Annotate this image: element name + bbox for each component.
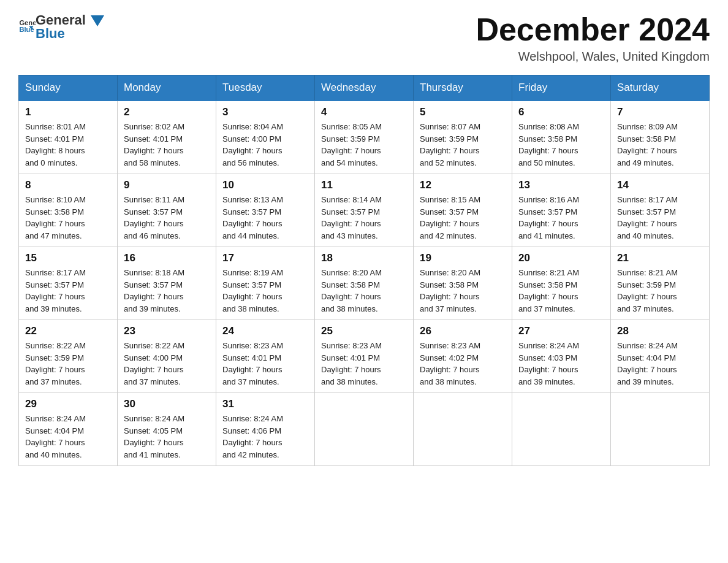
day-number: 13 xyxy=(518,179,604,191)
col-tuesday: Tuesday xyxy=(216,75,315,101)
table-row: 14 Sunrise: 8:17 AMSunset: 3:57 PMDaylig… xyxy=(611,174,710,247)
table-row: 27 Sunrise: 8:24 AMSunset: 4:03 PMDaylig… xyxy=(512,320,611,393)
table-row: 24 Sunrise: 8:23 AMSunset: 4:01 PMDaylig… xyxy=(216,320,315,393)
day-info: Sunrise: 8:10 AMSunset: 3:58 PMDaylight:… xyxy=(25,194,111,242)
table-row xyxy=(414,393,512,466)
table-row: 20 Sunrise: 8:21 AMSunset: 3:58 PMDaylig… xyxy=(512,247,611,320)
day-info: Sunrise: 8:17 AMSunset: 3:57 PMDaylight:… xyxy=(617,194,703,242)
day-number: 30 xyxy=(124,398,210,410)
table-row: 1 Sunrise: 8:01 AMSunset: 4:01 PMDayligh… xyxy=(19,101,118,174)
table-row: 13 Sunrise: 8:16 AMSunset: 3:57 PMDaylig… xyxy=(512,174,611,247)
day-info: Sunrise: 8:20 AMSunset: 3:58 PMDaylight:… xyxy=(321,267,407,315)
col-monday: Monday xyxy=(118,75,216,101)
table-row: 29 Sunrise: 8:24 AMSunset: 4:04 PMDaylig… xyxy=(19,393,118,466)
day-number: 25 xyxy=(321,325,407,337)
day-info: Sunrise: 8:04 AMSunset: 4:00 PMDaylight:… xyxy=(222,121,308,169)
day-info: Sunrise: 8:07 AMSunset: 3:59 PMDaylight:… xyxy=(420,121,506,169)
table-row: 4 Sunrise: 8:05 AMSunset: 3:59 PMDayligh… xyxy=(315,101,414,174)
day-number: 14 xyxy=(617,179,703,191)
day-info: Sunrise: 8:20 AMSunset: 3:58 PMDaylight:… xyxy=(420,267,506,315)
day-info: Sunrise: 8:18 AMSunset: 3:57 PMDaylight:… xyxy=(124,267,210,315)
day-info: Sunrise: 8:24 AMSunset: 4:06 PMDaylight:… xyxy=(222,413,308,461)
table-row: 3 Sunrise: 8:04 AMSunset: 4:00 PMDayligh… xyxy=(216,101,315,174)
day-info: Sunrise: 8:14 AMSunset: 3:57 PMDaylight:… xyxy=(321,194,407,242)
day-number: 9 xyxy=(124,179,210,191)
table-row: 23 Sunrise: 8:22 AMSunset: 4:00 PMDaylig… xyxy=(118,320,216,393)
day-info: Sunrise: 8:22 AMSunset: 4:00 PMDaylight:… xyxy=(124,340,210,388)
table-row: 7 Sunrise: 8:09 AMSunset: 3:58 PMDayligh… xyxy=(611,101,710,174)
day-number: 24 xyxy=(222,325,308,337)
day-info: Sunrise: 8:19 AMSunset: 3:57 PMDaylight:… xyxy=(222,267,308,315)
day-info: Sunrise: 8:05 AMSunset: 3:59 PMDaylight:… xyxy=(321,121,407,169)
table-row: 15 Sunrise: 8:17 AMSunset: 3:57 PMDaylig… xyxy=(19,247,118,320)
day-info: Sunrise: 8:23 AMSunset: 4:01 PMDaylight:… xyxy=(321,340,407,388)
day-number: 26 xyxy=(420,325,506,337)
calendar-week-1: 1 Sunrise: 8:01 AMSunset: 4:01 PMDayligh… xyxy=(19,101,710,174)
col-friday: Friday xyxy=(512,75,611,101)
table-row: 5 Sunrise: 8:07 AMSunset: 3:59 PMDayligh… xyxy=(414,101,512,174)
calendar-week-2: 8 Sunrise: 8:10 AMSunset: 3:58 PMDayligh… xyxy=(19,174,710,247)
day-number: 29 xyxy=(25,398,111,410)
table-row: 30 Sunrise: 8:24 AMSunset: 4:05 PMDaylig… xyxy=(118,393,216,466)
logo-icon: General Blue xyxy=(18,17,36,34)
day-number: 17 xyxy=(222,252,308,264)
day-number: 2 xyxy=(124,106,210,118)
table-row: 18 Sunrise: 8:20 AMSunset: 3:58 PMDaylig… xyxy=(315,247,414,320)
month-title: December 2024 xyxy=(476,12,710,47)
day-number: 16 xyxy=(124,252,210,264)
day-number: 21 xyxy=(617,252,703,264)
svg-marker-3 xyxy=(91,15,104,26)
day-info: Sunrise: 8:21 AMSunset: 3:58 PMDaylight:… xyxy=(518,267,604,315)
day-number: 5 xyxy=(420,106,506,118)
day-info: Sunrise: 8:24 AMSunset: 4:04 PMDaylight:… xyxy=(25,413,111,461)
day-info: Sunrise: 8:23 AMSunset: 4:02 PMDaylight:… xyxy=(420,340,506,388)
logo-triangle-icon xyxy=(91,15,104,26)
day-number: 12 xyxy=(420,179,506,191)
table-row: 8 Sunrise: 8:10 AMSunset: 3:58 PMDayligh… xyxy=(19,174,118,247)
table-row: 19 Sunrise: 8:20 AMSunset: 3:58 PMDaylig… xyxy=(414,247,512,320)
day-number: 10 xyxy=(222,179,308,191)
svg-text:General: General xyxy=(19,19,36,26)
day-number: 4 xyxy=(321,106,407,118)
day-info: Sunrise: 8:22 AMSunset: 3:59 PMDaylight:… xyxy=(25,340,111,388)
table-row: 9 Sunrise: 8:11 AMSunset: 3:57 PMDayligh… xyxy=(118,174,216,247)
table-row: 21 Sunrise: 8:21 AMSunset: 3:59 PMDaylig… xyxy=(611,247,710,320)
day-number: 20 xyxy=(518,252,604,264)
table-row: 31 Sunrise: 8:24 AMSunset: 4:06 PMDaylig… xyxy=(216,393,315,466)
title-block: December 2024 Welshpool, Wales, United K… xyxy=(476,12,710,64)
day-info: Sunrise: 8:11 AMSunset: 3:57 PMDaylight:… xyxy=(124,194,210,242)
col-sunday: Sunday xyxy=(19,75,118,101)
day-number: 27 xyxy=(518,325,604,337)
day-number: 28 xyxy=(617,325,703,337)
table-row xyxy=(512,393,611,466)
calendar-header-row: Sunday Monday Tuesday Wednesday Thursday… xyxy=(19,75,710,101)
day-info: Sunrise: 8:17 AMSunset: 3:57 PMDaylight:… xyxy=(25,267,111,315)
table-row xyxy=(315,393,414,466)
table-row: 22 Sunrise: 8:22 AMSunset: 3:59 PMDaylig… xyxy=(19,320,118,393)
table-row: 12 Sunrise: 8:15 AMSunset: 3:57 PMDaylig… xyxy=(414,174,512,247)
day-info: Sunrise: 8:24 AMSunset: 4:03 PMDaylight:… xyxy=(518,340,604,388)
table-row: 25 Sunrise: 8:23 AMSunset: 4:01 PMDaylig… xyxy=(315,320,414,393)
day-info: Sunrise: 8:23 AMSunset: 4:01 PMDaylight:… xyxy=(222,340,308,388)
page-header: General Blue General Blue December 2024 … xyxy=(18,12,710,64)
table-row: 10 Sunrise: 8:13 AMSunset: 3:57 PMDaylig… xyxy=(216,174,315,247)
day-number: 22 xyxy=(25,325,111,337)
day-number: 11 xyxy=(321,179,407,191)
day-info: Sunrise: 8:24 AMSunset: 4:04 PMDaylight:… xyxy=(617,340,703,388)
day-number: 6 xyxy=(518,106,604,118)
day-number: 7 xyxy=(617,106,703,118)
day-number: 18 xyxy=(321,252,407,264)
table-row: 6 Sunrise: 8:08 AMSunset: 3:58 PMDayligh… xyxy=(512,101,611,174)
day-number: 1 xyxy=(25,106,111,118)
table-row: 11 Sunrise: 8:14 AMSunset: 3:57 PMDaylig… xyxy=(315,174,414,247)
day-number: 3 xyxy=(222,106,308,118)
col-thursday: Thursday xyxy=(414,75,512,101)
day-number: 31 xyxy=(222,398,308,410)
logo-blue-text: Blue xyxy=(36,26,104,42)
col-wednesday: Wednesday xyxy=(315,75,414,101)
day-info: Sunrise: 8:13 AMSunset: 3:57 PMDaylight:… xyxy=(222,194,308,242)
day-info: Sunrise: 8:15 AMSunset: 3:57 PMDaylight:… xyxy=(420,194,506,242)
col-saturday: Saturday xyxy=(611,75,710,101)
day-info: Sunrise: 8:08 AMSunset: 3:58 PMDaylight:… xyxy=(518,121,604,169)
day-info: Sunrise: 8:21 AMSunset: 3:59 PMDaylight:… xyxy=(617,267,703,315)
